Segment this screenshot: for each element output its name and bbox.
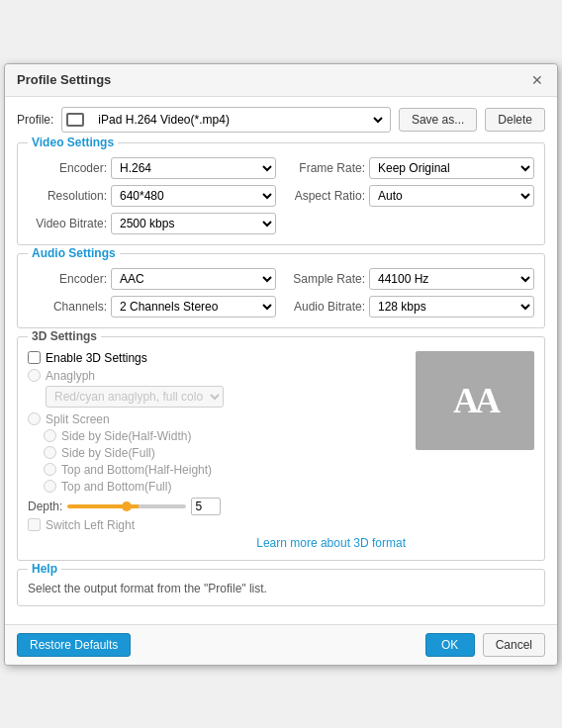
- top-bottom-full-radio[interactable]: [44, 480, 56, 493]
- learn-more-link[interactable]: Learn more about 3D format: [28, 536, 406, 550]
- side-by-side-full-row: Side by Side(Full): [44, 446, 406, 460]
- td3-settings-section: 3D Settings Enable 3D Settings Anaglyph …: [17, 336, 545, 561]
- delete-button[interactable]: Delete: [485, 108, 545, 132]
- dialog-title: Profile Settings: [17, 72, 111, 87]
- save-as-button[interactable]: Save as...: [399, 108, 477, 132]
- encoder-select[interactable]: H.264: [111, 157, 276, 179]
- td3-title: 3D Settings: [28, 329, 101, 343]
- restore-defaults-button[interactable]: Restore Defaults: [17, 633, 131, 657]
- video-bitrate-label: Video Bitrate:: [28, 217, 107, 230]
- anaglyph-row: Anaglyph: [28, 369, 406, 383]
- enable-3d-row: Enable 3D Settings: [28, 351, 406, 365]
- resolution-label: Resolution:: [28, 189, 107, 203]
- sample-rate-row: Sample Rate: 44100 Hz: [286, 268, 534, 290]
- audio-bitrate-select[interactable]: 128 kbps: [369, 296, 534, 318]
- video-form-grid: Encoder: H.264 Resolution: 6: [28, 157, 534, 234]
- audio-form-grid: Encoder: AAC Channels: 2 Cha: [28, 268, 534, 318]
- audio-encoder-row: Encoder: AAC: [28, 268, 276, 290]
- depth-slider[interactable]: [67, 504, 186, 508]
- profile-row: Profile: iPad H.264 Video(*.mp4) Save as…: [17, 107, 545, 133]
- resolution-select[interactable]: 640*480: [111, 185, 276, 207]
- help-section: Help Select the output format from the "…: [17, 569, 545, 606]
- anaglyph-type-select[interactable]: Red/cyan anaglyph, full color: [46, 386, 224, 408]
- anaglyph-label: Anaglyph: [46, 369, 95, 383]
- video-settings-section: Video Settings Encoder: H.264: [17, 142, 545, 245]
- channels-select[interactable]: 2 Channels Stereo: [111, 296, 276, 318]
- encoder-label: Encoder:: [28, 161, 107, 175]
- depth-row: Depth:: [28, 498, 406, 515]
- profile-select-wrap: iPad H.264 Video(*.mp4): [61, 107, 391, 133]
- depth-label: Depth:: [28, 500, 62, 513]
- profile-label: Profile:: [17, 113, 53, 127]
- top-bottom-half-row: Top and Bottom(Half-Height): [44, 463, 406, 477]
- dialog-body: Profile: iPad H.264 Video(*.mp4) Save as…: [5, 97, 557, 624]
- side-by-side-half-row: Side by Side(Half-Width): [44, 429, 406, 443]
- aspect-ratio-label: Aspect Ratio:: [286, 189, 365, 203]
- switch-left-right-label: Switch Left Right: [46, 518, 135, 532]
- side-by-side-half-label: Side by Side(Half-Width): [61, 429, 191, 443]
- depth-input[interactable]: [191, 498, 221, 515]
- aspect-ratio-row: Aspect Ratio: Auto: [286, 185, 534, 207]
- video-settings-title: Video Settings: [28, 136, 118, 149]
- enable-3d-label: Enable 3D Settings: [46, 351, 147, 365]
- encoder-row: Encoder: H.264: [28, 157, 276, 179]
- td3-preview: AA: [416, 351, 534, 450]
- audio-bitrate-label: Audio Bitrate:: [286, 300, 365, 314]
- top-bottom-full-row: Top and Bottom(Full): [44, 480, 406, 494]
- sample-rate-label: Sample Rate:: [286, 272, 365, 286]
- side-by-side-full-label: Side by Side(Full): [61, 446, 155, 460]
- title-bar: Profile Settings ✕: [5, 64, 557, 97]
- channels-label: Channels:: [28, 300, 107, 314]
- profile-dropdown[interactable]: iPad H.264 Video(*.mp4): [90, 110, 386, 130]
- switch-left-right-row: Switch Left Right: [28, 518, 406, 532]
- top-bottom-full-label: Top and Bottom(Full): [61, 480, 171, 494]
- resolution-row: Resolution: 640*480: [28, 185, 276, 207]
- side-by-side-full-radio[interactable]: [44, 446, 56, 459]
- audio-settings-section: Audio Settings Encoder: AAC: [17, 253, 545, 328]
- split-screen-label: Split Screen: [46, 412, 110, 426]
- profile-settings-dialog: Profile Settings ✕ Profile: iPad H.264 V…: [4, 63, 558, 666]
- ok-button[interactable]: OK: [425, 633, 475, 657]
- video-bitrate-row: Video Bitrate: 2500 kbps: [28, 213, 276, 234]
- frame-rate-label: Frame Rate:: [286, 161, 365, 175]
- audio-settings-title: Audio Settings: [28, 246, 120, 260]
- cancel-button[interactable]: Cancel: [483, 633, 545, 657]
- audio-encoder-select[interactable]: AAC: [111, 268, 276, 290]
- top-bottom-half-label: Top and Bottom(Half-Height): [61, 463, 212, 477]
- top-bottom-half-radio[interactable]: [44, 463, 56, 476]
- aspect-ratio-select[interactable]: Auto: [369, 185, 534, 207]
- help-text: Select the output format from the "Profi…: [28, 582, 534, 595]
- close-button[interactable]: ✕: [529, 72, 545, 88]
- audio-bitrate-row: Audio Bitrate: 128 kbps: [286, 296, 534, 318]
- enable-3d-checkbox[interactable]: [28, 351, 41, 364]
- split-screen-row: Split Screen: [28, 412, 406, 426]
- video-bitrate-select[interactable]: 2500 kbps: [111, 213, 276, 234]
- switch-left-right-checkbox[interactable]: [28, 518, 41, 531]
- frame-rate-select[interactable]: Keep Original: [369, 157, 534, 179]
- frame-rate-row: Frame Rate: Keep Original: [286, 157, 534, 179]
- side-by-side-half-radio[interactable]: [44, 429, 56, 442]
- tablet-icon: [66, 113, 84, 127]
- dialog-footer: Restore Defaults OK Cancel: [5, 624, 557, 665]
- help-title: Help: [28, 562, 61, 576]
- sample-rate-select[interactable]: 44100 Hz: [369, 268, 534, 290]
- channels-row: Channels: 2 Channels Stereo: [28, 296, 276, 318]
- split-screen-radio[interactable]: [28, 412, 41, 425]
- anaglyph-radio[interactable]: [28, 369, 41, 382]
- audio-encoder-label: Encoder:: [28, 272, 107, 286]
